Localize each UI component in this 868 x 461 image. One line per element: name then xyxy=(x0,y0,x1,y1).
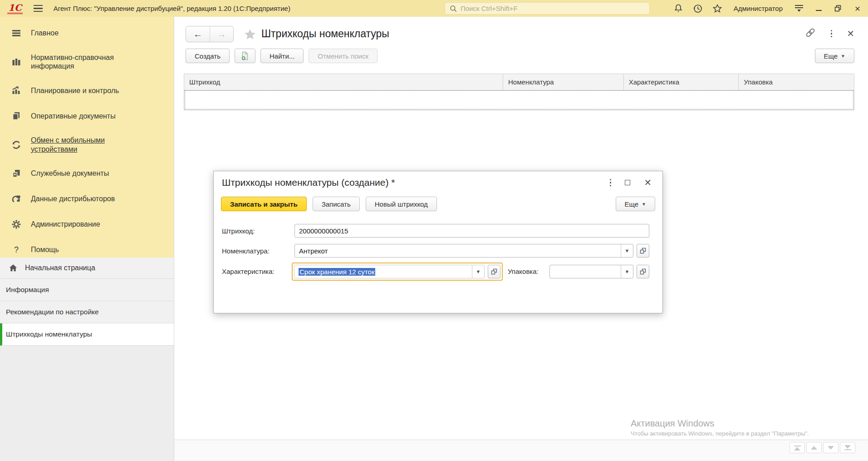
dialog-command-bar: Записать и закрыть Записать Новый штрихк… xyxy=(221,197,655,211)
row-cursor xyxy=(185,90,853,109)
characteristic-focus-ring: Срок хранения 12 суток ▼ xyxy=(292,263,503,281)
sidebar-item-planirovanie[interactable]: Планирование и контроль xyxy=(0,78,174,103)
notifications-icon[interactable] xyxy=(672,3,684,15)
dropdown-arrow-icon[interactable]: ▼ xyxy=(621,244,633,257)
sidebar-item-home[interactable]: Начальная страница xyxy=(0,258,174,279)
sidebar-item-distributory[interactable]: Данные дистрибьюторов xyxy=(0,186,174,212)
sidebar-item-operativnye[interactable]: Оперативные документы xyxy=(0,103,174,129)
search-icon xyxy=(449,5,457,13)
minimize-button[interactable] xyxy=(813,3,824,15)
navigation-buttons: ← → xyxy=(186,26,234,42)
global-search-input[interactable]: Поиск Ctrl+Shift+F xyxy=(445,2,650,15)
forward-button[interactable]: → xyxy=(210,26,233,42)
1c-logo: 1С xyxy=(7,3,23,14)
favorite-star-icon[interactable] xyxy=(243,28,257,43)
characteristic-input[interactable]: Срок хранения 12 суток ▼ xyxy=(294,265,485,278)
nomenclature-open-button[interactable] xyxy=(637,244,649,258)
save-button[interactable]: Записать xyxy=(313,197,360,211)
favorites-star-icon[interactable] xyxy=(711,3,723,15)
more-button[interactable]: Еще▼ xyxy=(815,49,854,63)
sidebar-item-label: Начальная страница xyxy=(25,264,95,272)
find-button[interactable]: Найти... xyxy=(260,49,304,63)
sidebar-item-label: Нормативно-справочная информация xyxy=(31,53,143,70)
dialog-more-menu-icon[interactable] xyxy=(610,179,612,187)
back-button[interactable]: ← xyxy=(186,26,210,42)
documents-icon xyxy=(11,110,22,121)
window-tab-shtrihkody[interactable]: Штрихкоды номенклатуры xyxy=(0,323,174,346)
table-header: Штрихкод Номенклатура Характеристика Упа… xyxy=(184,74,854,90)
columns-icon xyxy=(11,56,22,67)
tab-label: Рекомендации по настройке xyxy=(6,308,99,316)
dialog-more-button[interactable]: Еще▼ xyxy=(616,197,655,211)
selected-text: Срок хранения 12 суток xyxy=(299,268,375,276)
history-icon[interactable] xyxy=(692,3,704,15)
dialog-title: Штрихкоды номенклатуры (создание) * xyxy=(222,177,395,188)
dialog-close-icon[interactable]: ✕ xyxy=(644,178,652,187)
column-header-barcode[interactable]: Штрихкод xyxy=(184,74,503,90)
open-list-icon xyxy=(490,268,498,275)
sidebar-sections: Главное Нормативно-справочная информация… xyxy=(0,17,174,258)
chevron-down-icon: ▼ xyxy=(841,54,845,59)
link-icon[interactable] xyxy=(804,27,816,40)
tab-label: Штрихкоды номенклатуры xyxy=(6,330,92,338)
scroll-up-button[interactable] xyxy=(806,442,822,453)
close-form-icon[interactable]: ✕ xyxy=(847,29,854,38)
scroll-to-bottom-button[interactable] xyxy=(840,442,855,453)
home-icon xyxy=(8,263,18,273)
close-button[interactable]: × xyxy=(852,3,863,15)
restore-button[interactable] xyxy=(832,3,844,15)
characteristic-open-button[interactable] xyxy=(488,265,500,278)
scroll-to-top-button[interactable] xyxy=(790,442,805,453)
window-tab-rekomendacii[interactable]: Рекомендации по настройке xyxy=(0,301,174,323)
barcode-input[interactable]: 2000000000015 xyxy=(294,224,649,238)
sidebar-item-obmen[interactable]: Обмен с мобильными устройствами xyxy=(0,129,174,160)
dialog-maximize-icon[interactable] xyxy=(625,180,630,185)
packaging-field-label: Упаковка: xyxy=(508,268,539,275)
service-menu-icon[interactable] xyxy=(793,3,805,15)
dropdown-arrow-icon[interactable]: ▼ xyxy=(621,265,633,278)
sidebar-item-label: Администрирование xyxy=(31,220,100,228)
column-header-characteristic[interactable]: Характеристика xyxy=(624,74,739,90)
packaging-open-button[interactable] xyxy=(637,265,649,278)
sidebar-item-label: Главное xyxy=(31,29,59,37)
sidebar-item-glavnoe[interactable]: Главное xyxy=(0,20,174,46)
list-footer xyxy=(174,440,868,461)
sidebar-item-nsi[interactable]: Нормативно-справочная информация xyxy=(0,46,174,78)
current-user[interactable]: Администратор xyxy=(734,5,783,12)
new-barcode-button[interactable]: Новый штрихкод xyxy=(366,197,437,211)
column-header-packaging[interactable]: Упаковка xyxy=(739,74,854,90)
column-header-nomenclature[interactable]: Номенклатура xyxy=(503,74,624,90)
scroll-down-button[interactable] xyxy=(823,442,839,453)
sidebar-item-label: Планирование и контроль xyxy=(31,86,119,95)
create-button[interactable]: Создать xyxy=(186,49,230,63)
app-window: 1С Агент Плюс: "Управление дистрибуцией"… xyxy=(0,0,868,461)
main-menu-icon[interactable] xyxy=(34,5,43,12)
app-title: Агент Плюс: "Управление дистрибуцией", р… xyxy=(54,5,290,12)
nomenclature-field-label: Номенклатура: xyxy=(222,247,270,255)
nomenclature-input[interactable]: Антрекот ▼ xyxy=(294,244,633,258)
open-list-icon xyxy=(639,268,647,275)
window-tab-informaciya[interactable]: Информация xyxy=(0,279,174,301)
sidebar-item-sluzhebnye[interactable]: Служебные документы xyxy=(0,161,174,186)
document-plus-icon xyxy=(240,50,250,61)
cancel-search-button[interactable]: Отменить поиск xyxy=(309,49,378,63)
sidebar-item-label: Служебные документы xyxy=(31,169,109,178)
windows-activation-watermark: Активация Windows Чтобы активировать Win… xyxy=(631,418,809,437)
save-and-close-button[interactable]: Записать и закрыть xyxy=(221,197,307,211)
sidebar-item-label: Оперативные документы xyxy=(31,112,116,120)
sync-icon xyxy=(11,139,22,150)
chevron-down-icon: ▼ xyxy=(642,202,646,207)
titlebar-actions: Администратор × xyxy=(672,0,863,17)
packaging-input[interactable]: ▼ xyxy=(549,265,633,278)
tab-label: Информация xyxy=(6,286,49,293)
scroll-buttons xyxy=(790,442,855,453)
more-menu-icon[interactable] xyxy=(831,30,833,38)
create-group-button[interactable] xyxy=(235,49,255,63)
list-empty-row[interactable] xyxy=(184,90,854,110)
sidebar-item-administrirovanie[interactable]: Администрирование xyxy=(0,212,174,237)
main-area: ← → Штрихкоды номенклатуры ✕ Создать Най… xyxy=(174,17,868,461)
dropdown-arrow-icon[interactable]: ▼ xyxy=(472,265,484,278)
gear-icon xyxy=(11,219,22,230)
sidebar-item-label: Обмен с мобильными устройствами xyxy=(31,136,143,153)
sidebar-item-label: Помощь xyxy=(31,245,59,254)
